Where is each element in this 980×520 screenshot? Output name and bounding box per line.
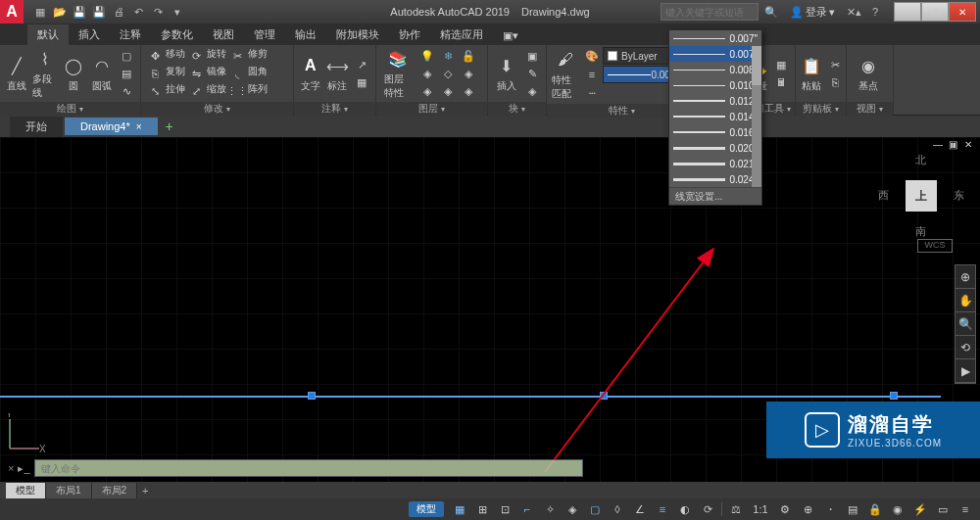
isolate-icon[interactable]: ◉ [887,500,908,518]
zoom-extents-icon[interactable]: 🔍 [956,312,975,336]
tab-drawing[interactable]: Drawing4*× [65,118,158,135]
tab-insert[interactable]: 插入 [69,24,110,45]
layer-freeze-icon[interactable]: ❄ [438,47,458,65]
tab-output[interactable]: 输出 [285,24,326,45]
lineweight-item[interactable]: 0.008" [669,62,761,77]
signin-button[interactable]: 👤 登录 ▾ [784,3,841,21]
match-properties-button[interactable]: 🖌特性匹配 [551,48,580,101]
plot-icon[interactable]: 🖨 [110,3,127,21]
lwt-toggle-icon[interactable]: ≡ [652,500,673,518]
grid-toggle-icon[interactable]: ▦ [449,500,470,518]
insert-block-button[interactable]: ⬇插入 [492,47,520,100]
tab-default[interactable]: 默认 [27,24,69,45]
close-button[interactable]: ✕ [949,2,976,22]
tab-collaborate[interactable]: 协作 [389,24,430,45]
polar-toggle-icon[interactable]: ✧ [539,500,561,518]
new-tab-button[interactable]: + [160,117,179,136]
quickcalc-button[interactable]: 🖩 [771,73,791,91]
panel-modify-label[interactable]: 修改 [141,102,293,116]
command-close-icon[interactable]: × [8,462,14,474]
rotate-button[interactable]: ⟳ [186,47,206,65]
search-icon[interactable]: 🔍 [762,3,780,21]
workspace-icon[interactable]: ⚙ [774,500,796,518]
minimize-button[interactable]: — [894,2,921,22]
panel-view-label[interactable]: 视图 [847,102,893,116]
lineweight-item[interactable]: 0.016" [669,124,761,140]
edit-block-button[interactable]: ✎ [522,65,542,82]
tab-addins[interactable]: 附加模块 [326,24,389,45]
add-layout-button[interactable]: + [137,485,153,496]
layer-properties-button[interactable]: 📚图层特性 [380,47,416,100]
layout-tab-1[interactable]: 布局1 [46,483,92,498]
layer-on-icon[interactable]: 💡 [417,47,437,65]
orbit-icon[interactable]: ⟲ [956,336,975,359]
lineweight-item[interactable]: 0.021" [669,156,761,171]
new-icon[interactable]: ▦ [31,3,49,21]
move-button[interactable]: ✥ [145,47,165,65]
spline-button[interactable]: ∿ [117,82,136,100]
annotation-monitor-icon[interactable]: ⊕ [797,500,818,518]
table-button[interactable]: ▦ [352,73,371,91]
tab-expander-icon[interactable]: ▣▾ [493,26,528,45]
tab-parametric[interactable]: 参数化 [151,24,203,45]
fillet-button[interactable]: ◟ [227,65,247,82]
leader-button[interactable]: ↗ [352,56,371,73]
dimension-button[interactable]: ⟷标注 [325,47,351,100]
hatch-button[interactable]: ▤ [117,65,136,82]
layer-lock-icon[interactable]: 🔓 [459,47,478,65]
save-icon[interactable]: 💾 [71,3,88,21]
panel-draw-label[interactable]: 绘图 [0,102,140,116]
undo-icon[interactable]: ↶ [129,3,147,21]
open-icon[interactable]: 📂 [51,3,69,21]
wcs-dropdown[interactable]: WCS [917,239,953,253]
help-search-input[interactable] [661,3,759,21]
line-button[interactable]: ╱直线 [4,47,30,100]
tab-featured[interactable]: 精选应用 [430,24,493,45]
snap-toggle-icon[interactable]: ⊞ [471,500,493,518]
viewcube-north[interactable]: 北 [915,153,926,167]
panel-annotate-label[interactable]: 注释 [294,102,375,116]
layer-prev-button[interactable]: ◈ [438,82,458,100]
units-icon[interactable]: ・ [819,500,841,518]
lineweight-item[interactable]: 0.012" [669,93,761,109]
color-icon[interactable]: 🎨 [582,47,602,65]
trim-button[interactable]: ✂ [227,47,247,65]
lineweight-settings-button[interactable]: 线宽设置... [669,187,761,205]
array-button[interactable]: ⋮⋮ [227,82,247,100]
saveas-icon[interactable]: 💾 [90,3,108,21]
layer-iso-button[interactable]: ◈ [417,65,437,82]
ortho-toggle-icon[interactable]: ⌐ [516,500,538,518]
modelspace-badge[interactable]: 模型 [409,501,444,517]
tab-annotate[interactable]: 注释 [110,24,151,45]
rectangle-button[interactable]: ▢ [117,47,136,65]
lockui-icon[interactable]: 🔒 [864,500,886,518]
hardware-accel-icon[interactable]: ⚡ [909,500,931,518]
copy-button[interactable]: ⎘ [145,65,165,82]
scale-button[interactable]: ⤢ [186,82,206,100]
panel-block-label[interactable]: 块 [488,102,546,116]
steering-wheel-icon[interactable]: ⊕ [956,265,975,289]
edit-attr-button[interactable]: ◈ [522,82,542,100]
transparency-toggle-icon[interactable]: ◐ [674,500,696,518]
viewcube-south[interactable]: 南 [915,224,926,239]
lineweight-item[interactable]: 0.024" [669,171,761,187]
app-logo[interactable]: A [0,0,24,24]
infer-toggle-icon[interactable]: ⊡ [494,500,515,518]
canvas[interactable]: 北 南 西 东 上 WCS ⊕ ✋ 🔍 ⟲ ▶ Y X × ▸_ [0,137,980,482]
scale-label[interactable]: 1:1 [748,500,773,518]
3dosnap-toggle-icon[interactable]: ◊ [607,500,628,518]
viewcube-top[interactable]: 上 [906,180,937,212]
stretch-button[interactable]: ⤡ [145,82,165,100]
text-button[interactable]: A文字 [298,47,323,100]
close-tab-icon[interactable]: × [136,121,142,132]
viewcube[interactable]: 北 南 西 东 上 [882,157,960,235]
lineweight-item[interactable]: 0.014" [669,109,761,124]
redo-icon[interactable]: ↷ [149,3,167,21]
layer-match-button[interactable]: ◈ [417,82,437,100]
help-icon[interactable]: ? [866,3,884,21]
exchange-icon[interactable]: ✕▴ [845,3,862,21]
command-input[interactable] [34,459,583,477]
viewcube-west[interactable]: 西 [878,188,889,203]
mirror-button[interactable]: ⇋ [186,65,206,82]
layer-state-button[interactable]: ◈ [459,82,478,100]
